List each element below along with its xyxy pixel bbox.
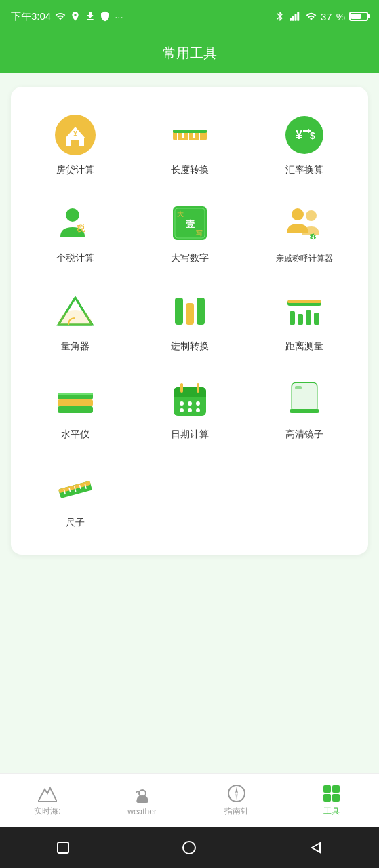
- tool-level[interactable]: 水平仪: [18, 365, 132, 453]
- tool-kinship[interactable]: 称 亲戚称呼计算器: [247, 189, 361, 277]
- svg-rect-38: [58, 399, 93, 406]
- svg-marker-66: [235, 787, 238, 793]
- date-icon: [167, 377, 212, 422]
- svg-rect-35: [306, 310, 311, 325]
- svg-marker-67: [235, 793, 238, 800]
- tool-ruler[interactable]: 尺子: [18, 453, 132, 541]
- svg-rect-39: [58, 406, 93, 413]
- tax-label: 个税计算: [56, 252, 94, 264]
- angle-label: 量角器: [61, 340, 89, 353]
- ruler-icon: [53, 465, 98, 510]
- mortgage-label: 房贷计算: [56, 164, 94, 176]
- svg-text:称: 称: [309, 233, 317, 240]
- length-label: 长度转换: [171, 164, 209, 176]
- base-icon: [167, 289, 212, 334]
- svg-rect-32: [287, 300, 321, 303]
- svg-rect-1: [292, 16, 294, 21]
- svg-point-48: [196, 401, 200, 406]
- svg-rect-54: [290, 409, 319, 413]
- nav-weather[interactable]: weather: [95, 785, 190, 816]
- svg-rect-7: [173, 130, 207, 133]
- location-icon: [70, 11, 81, 22]
- content-area: ¥ 房贷计算 长度转换: [0, 73, 379, 773]
- tool-exchange[interactable]: ¥ $ 汇率换算: [247, 100, 361, 189]
- tool-mortgage[interactable]: ¥ 房贷计算: [18, 100, 132, 189]
- angle-icon: [53, 289, 98, 334]
- svg-rect-29: [186, 303, 194, 325]
- capital-label: 大写数字: [171, 252, 209, 264]
- svg-rect-33: [290, 311, 295, 325]
- svg-rect-43: [174, 393, 206, 397]
- svg-text:壹: 壹: [185, 219, 194, 229]
- exchange-label: 汇率换算: [285, 164, 323, 176]
- svg-point-23: [292, 208, 304, 220]
- nav-compass-label: 指南针: [224, 806, 249, 817]
- tools-grid: ¥ 房贷计算 长度转换: [18, 100, 361, 541]
- svg-rect-30: [197, 298, 205, 325]
- exchange-icon: ¥ $: [282, 113, 327, 157]
- mortgage-icon: ¥: [53, 113, 98, 157]
- tools-nav-icon: [322, 784, 341, 803]
- distance-label: 距离测量: [285, 340, 323, 353]
- android-home-btn[interactable]: [181, 840, 197, 856]
- nav-tools-label: 工具: [323, 806, 340, 817]
- battery-percent: 37: [321, 11, 332, 22]
- status-right: 37%: [275, 11, 368, 22]
- tool-date[interactable]: 日期计算: [132, 365, 247, 453]
- svg-rect-71: [332, 794, 340, 802]
- svg-point-51: [196, 408, 200, 412]
- ruler-label: 尺子: [66, 517, 85, 529]
- svg-point-16: [66, 208, 79, 222]
- svg-point-24: [306, 210, 317, 221]
- tool-mirror[interactable]: 高清镜子: [247, 365, 361, 453]
- compass-icon: [227, 784, 246, 803]
- svg-rect-2: [294, 14, 296, 21]
- svg-rect-70: [323, 794, 331, 802]
- status-left: 下午3:04 ···: [11, 10, 123, 23]
- svg-point-73: [183, 842, 195, 854]
- app-header: 常用工具: [0, 33, 379, 73]
- svg-rect-0: [290, 18, 292, 21]
- bluetooth-icon: [275, 11, 285, 22]
- level-icon: [53, 377, 98, 422]
- svg-point-47: [188, 401, 192, 406]
- page-title: 常用工具: [163, 44, 217, 62]
- svg-text:¥: ¥: [73, 130, 77, 138]
- length-icon: [167, 113, 212, 157]
- svg-marker-74: [312, 843, 320, 852]
- svg-rect-34: [298, 314, 303, 325]
- signal-icon: [55, 11, 66, 22]
- signal-bars-icon: [290, 12, 302, 21]
- svg-point-49: [180, 408, 184, 412]
- mirror-icon: [282, 377, 327, 422]
- svg-text:¥: ¥: [295, 128, 302, 142]
- tool-length[interactable]: 长度转换: [132, 100, 247, 189]
- svg-marker-63: [38, 788, 57, 802]
- svg-point-26: [58, 310, 92, 332]
- tool-capital[interactable]: 壹 大 写 大写数字: [132, 189, 247, 277]
- capital-icon: 壹 大 写: [167, 201, 212, 245]
- status-bar: 下午3:04 ··· 37%: [0, 0, 379, 33]
- android-square-btn[interactable]: [55, 840, 71, 856]
- svg-text:税: 税: [76, 224, 85, 233]
- distance-icon: [282, 289, 327, 334]
- svg-text:写: 写: [196, 229, 203, 237]
- svg-point-13: [285, 116, 323, 154]
- nav-compass[interactable]: 指南针: [190, 784, 285, 817]
- download-icon: [85, 11, 96, 22]
- android-back-btn[interactable]: [308, 840, 324, 856]
- weather-icon: [133, 785, 152, 804]
- svg-point-46: [180, 401, 184, 406]
- nav-realtime[interactable]: 实时海:: [0, 784, 95, 817]
- svg-rect-68: [323, 785, 331, 793]
- tool-angle[interactable]: 量角器: [18, 277, 132, 365]
- tool-base[interactable]: 进制转换: [132, 277, 247, 365]
- battery-icon: [349, 12, 368, 21]
- svg-text:$: $: [310, 130, 315, 141]
- svg-rect-28: [175, 298, 183, 325]
- nav-tools[interactable]: 工具: [284, 784, 379, 817]
- tool-tax[interactable]: 税 个税计算: [18, 189, 132, 277]
- tool-distance[interactable]: 距离测量: [247, 277, 361, 365]
- svg-rect-69: [332, 785, 340, 793]
- time: 下午3:04: [11, 10, 51, 23]
